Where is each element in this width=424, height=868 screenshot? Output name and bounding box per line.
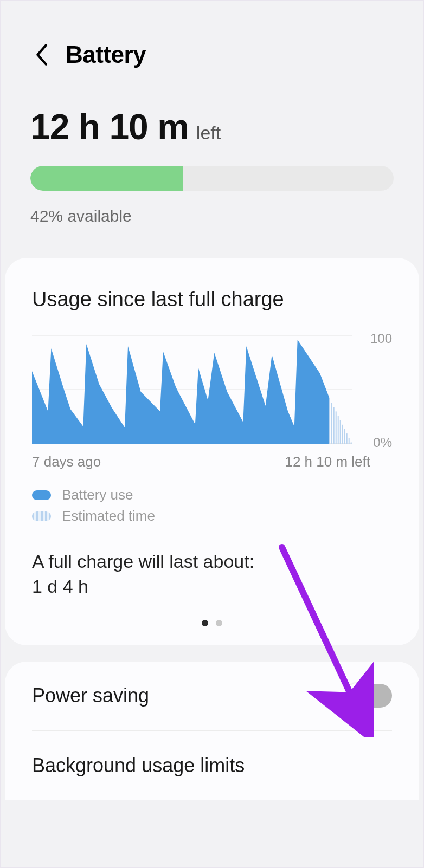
time-remaining-suffix: left: [196, 122, 221, 144]
fullcharge-value: 1 d 4 h: [32, 576, 392, 597]
back-button[interactable]: [33, 43, 49, 67]
usage-card[interactable]: Usage since last full charge 100 0% 7 da…: [5, 258, 419, 645]
legend-battery-use: Battery use: [32, 487, 392, 503]
chart-y-top-label: 100: [370, 331, 392, 346]
chevron-left-icon: [33, 43, 49, 67]
legend-estimated-time: Estimated time: [32, 508, 392, 524]
legend-battery-use-label: Battery use: [62, 487, 133, 503]
battery-progress-fill: [30, 166, 183, 191]
chart-x-axis: 7 days ago 12 h 10 m left: [32, 449, 392, 470]
fullcharge-label: A full charge will last about:: [32, 547, 392, 576]
page-dot-2[interactable]: [216, 620, 222, 626]
power-saving-row[interactable]: Power saving: [32, 662, 392, 731]
battery-progress-bar: [30, 166, 394, 191]
chart-x-right-label: 12 h 10 m left: [285, 454, 370, 470]
background-usage-limits-label: Background usage limits: [32, 754, 245, 777]
power-saving-label: Power saving: [32, 684, 149, 707]
legend-estimated-time-label: Estimated time: [62, 508, 155, 524]
divider-vertical: [333, 681, 333, 711]
page-dot-1[interactable]: [202, 620, 208, 626]
usage-title: Usage since last full charge: [32, 288, 392, 311]
power-saving-toggle[interactable]: [346, 684, 392, 708]
area-chart: [32, 335, 352, 444]
page-title: Battery: [66, 41, 146, 68]
settings-list: Power saving Background usage limits: [5, 662, 419, 800]
time-remaining-value: 12 h 10 m: [30, 106, 189, 147]
battery-usage-chart: 100 0%: [32, 335, 392, 449]
background-usage-limits-row[interactable]: Background usage limits: [32, 731, 392, 800]
battery-summary: 12 h 10 m left 42% available: [1, 79, 423, 258]
battery-available-text: 42% available: [30, 207, 394, 225]
time-remaining: 12 h 10 m left: [30, 106, 394, 147]
chart-y-bottom-label: 0%: [373, 435, 392, 450]
legend-swatch-hatched: [32, 511, 51, 521]
toggle-knob: [345, 683, 371, 709]
page-indicator[interactable]: [32, 620, 392, 626]
chart-x-left-label: 7 days ago: [32, 454, 101, 470]
header: Battery: [1, 1, 423, 79]
chart-legend: Battery use Estimated time: [32, 487, 392, 524]
legend-swatch-solid: [32, 490, 51, 500]
